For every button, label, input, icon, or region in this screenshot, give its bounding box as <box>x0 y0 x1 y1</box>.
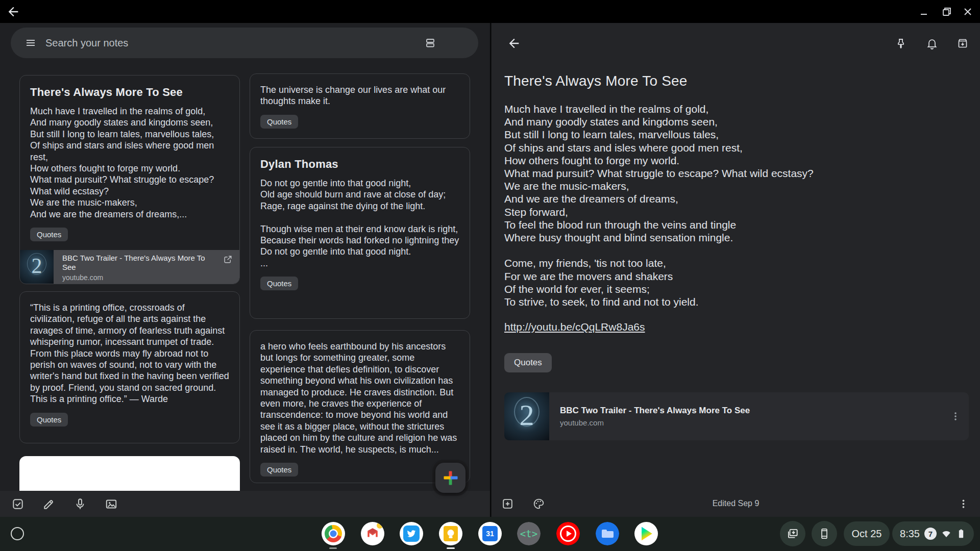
twitter-app-icon[interactable] <box>400 522 423 545</box>
note-body: Do not go gentle into that good night, O… <box>260 178 459 269</box>
label-chip[interactable]: Quotes <box>504 353 552 372</box>
launcher-button[interactable] <box>11 527 24 540</box>
note-body: Much have I travelled in the realms of g… <box>30 106 229 220</box>
note-card-white[interactable] <box>19 456 240 491</box>
youtube-link[interactable]: http://youtu.be/cQqLRw8Ja6s <box>504 321 645 333</box>
close-button[interactable] <box>962 6 974 18</box>
thumbnail-glyph: 2 <box>520 398 534 432</box>
label-chip[interactable]: Quotes <box>30 228 68 241</box>
files-app-icon[interactable] <box>596 522 619 545</box>
new-list-icon[interactable] <box>11 497 24 511</box>
back-icon[interactable] <box>507 36 521 51</box>
detail-note-body[interactable]: Much have I travelled in the realms of g… <box>504 103 892 308</box>
wifi-icon <box>941 529 951 539</box>
phone-hub-tray-button[interactable] <box>812 521 837 546</box>
note-body: The universe is change our lives are wha… <box>260 84 459 107</box>
gmail-app-icon[interactable] <box>361 522 384 545</box>
gmail-notification-dot <box>377 522 383 529</box>
note-card[interactable]: “This is a printing office, crossroads o… <box>19 291 240 443</box>
status-tray-button[interactable]: 8:35 7 <box>892 521 974 546</box>
new-note-fab[interactable] <box>435 463 465 493</box>
window-titlebar <box>0 0 980 23</box>
note-detail-panel: There's Always More To See Much have I t… <box>491 23 980 517</box>
link-card-menu-icon[interactable] <box>949 410 962 422</box>
note-card[interactable]: a hero who feels earthbound by his ances… <box>250 330 470 483</box>
more-options-icon[interactable] <box>957 497 970 510</box>
detail-bottom-bar: Edited Sep 9 <box>492 491 980 517</box>
new-image-note-icon[interactable] <box>105 497 118 511</box>
screen-capture-tray-button[interactable] <box>780 521 805 546</box>
notification-count-badge: 7 <box>924 528 937 540</box>
note-card[interactable]: There's Always More To See Much have I t… <box>19 75 240 284</box>
link-preview-domain: youtube.com <box>62 273 219 282</box>
search-bar[interactable]: Search your notes <box>11 28 478 58</box>
link-card-title: BBC Two Trailer - There's Always More To… <box>560 406 750 416</box>
view-toggle-icon[interactable] <box>424 37 436 49</box>
label-chip[interactable]: Quotes <box>260 277 298 290</box>
link-card-thumbnail: 2 <box>504 392 549 440</box>
note-title: There's Always More To See <box>30 86 229 99</box>
note-body: a hero who feels earthbound by his ances… <box>260 341 459 455</box>
play-store-app-icon[interactable] <box>634 522 658 545</box>
restore-button[interactable] <box>941 6 953 18</box>
chromeos-screen: Search your notes There's Always More To… <box>0 0 980 551</box>
link-preview-title: BBC Two Trailer - There's Always More To… <box>62 254 219 272</box>
new-note-toolbar <box>0 491 490 517</box>
label-chip[interactable]: Quotes <box>30 413 68 427</box>
thumbnail-glyph: 2 <box>32 254 42 278</box>
open-in-new-icon[interactable] <box>223 255 233 264</box>
archive-icon[interactable] <box>957 37 969 49</box>
detail-note-title[interactable]: There's Always More To See <box>504 73 688 89</box>
minimize-button[interactable] <box>918 6 930 18</box>
edited-timestamp: Edited Sep 9 <box>492 499 980 508</box>
notes-list-panel: Search your notes There's Always More To… <box>0 23 490 517</box>
note-title: Dylan Thomas <box>260 158 459 171</box>
battery-icon <box>956 529 966 539</box>
note-card[interactable]: The universe is change our lives are wha… <box>250 73 470 139</box>
calendar-app-icon[interactable]: 31 <box>478 522 502 545</box>
new-audio-note-icon[interactable] <box>74 497 87 511</box>
window-back-icon[interactable] <box>6 5 20 19</box>
plus-icon <box>444 471 457 485</box>
label-chip[interactable]: Quotes <box>260 115 298 129</box>
link-card[interactable]: 2 BBC Two Trailer - There's Always More … <box>504 392 969 440</box>
chrome-app-icon[interactable] <box>322 522 345 545</box>
link-thumbnail: 2 <box>20 250 54 284</box>
pin-icon[interactable] <box>895 37 907 49</box>
keep-running-indicator <box>447 547 455 549</box>
label-chip[interactable]: Quotes <box>260 463 298 477</box>
keep-app-icon[interactable] <box>439 522 462 545</box>
menu-icon[interactable] <box>24 37 37 49</box>
shelf-date: Oct 25 <box>852 528 882 540</box>
note-card[interactable]: Dylan Thomas Do not go gentle into that … <box>250 147 470 319</box>
search-input[interactable]: Search your notes <box>45 37 128 49</box>
reminder-bell-icon[interactable] <box>926 37 938 49</box>
chrome-running-indicator <box>329 547 337 549</box>
note-body: “This is a printing office, crossroads o… <box>30 302 229 405</box>
youtube-music-app-icon[interactable] <box>556 522 580 545</box>
new-drawing-icon[interactable] <box>42 497 56 511</box>
link-card-domain: youtube.com <box>560 418 750 427</box>
chromeos-shelf: 31 <t> Oct 25 8:35 7 <box>0 517 980 551</box>
text-app-icon[interactable]: <t> <box>517 522 541 545</box>
date-tray-button[interactable]: Oct 25 <box>844 521 890 546</box>
shelf-time: 8:35 <box>900 528 920 540</box>
link-preview[interactable]: 2 BBC Two Trailer - There's Always More … <box>20 250 239 284</box>
